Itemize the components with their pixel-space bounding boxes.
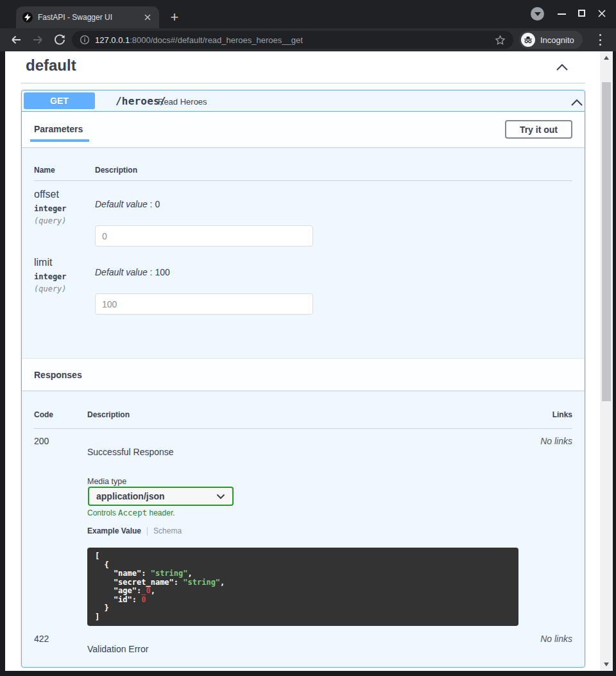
resp-col-description: Description: [87, 410, 130, 419]
address-bar[interactable]: 127.0.0.1:8000/docs#/default/read_heroes…: [72, 31, 513, 49]
swagger-page: default GET /heroes/ Read Heroes Paramet…: [5, 51, 600, 671]
controls-prefix: Controls: [87, 508, 118, 517]
response-description-200: Successful Response: [87, 447, 174, 457]
scrollbar-down-arrow-icon[interactable]: [604, 663, 609, 666]
resp-header-divider: [34, 428, 572, 429]
param-default-label: Default value: [95, 199, 148, 209]
section-collapse-chevron-up-icon[interactable]: [556, 62, 569, 70]
new-tab-button[interactable]: +: [166, 8, 184, 26]
url-path: :8000/docs#/default/read_heroes_heroes__…: [130, 35, 303, 45]
param-type: integer: [34, 204, 67, 213]
responses-header-band: Responses: [22, 358, 585, 390]
fastapi-favicon-icon: [22, 12, 33, 22]
url-host: 127.0.0.1: [95, 35, 130, 45]
param-default-value: : 0: [148, 199, 160, 209]
caret-down-icon: [535, 12, 541, 16]
tab-schema[interactable]: Schema: [153, 526, 182, 535]
tab-example-value[interactable]: Example Value: [87, 526, 141, 535]
scrollbar-thumb[interactable]: [602, 82, 611, 401]
api-section-title[interactable]: default: [26, 56, 76, 74]
window-menu-button[interactable]: [531, 7, 544, 21]
browser-menu-button[interactable]: [597, 34, 603, 46]
controls-accept-code: Accept: [118, 508, 147, 517]
param-col-description: Description: [95, 166, 137, 175]
param-default-text: Default value : 100: [95, 267, 170, 277]
incognito-label: Incognito: [540, 35, 574, 45]
media-type-select[interactable]: application/json: [88, 487, 234, 506]
response-code-422: 422: [34, 634, 49, 644]
param-header-divider: [34, 180, 572, 181]
incognito-badge: Incognito: [519, 31, 583, 49]
param-col-name: Name: [34, 166, 55, 175]
resp-col-links: Links: [552, 410, 572, 419]
browser-toolbar: 127.0.0.1:8000/docs#/default/read_heroes…: [0, 28, 616, 51]
operation-collapse-chevron-up-icon[interactable]: [570, 98, 583, 105]
param-default-label: Default value: [95, 267, 148, 277]
tab-close-icon[interactable]: [142, 12, 153, 22]
resp-col-code: Code: [34, 410, 53, 419]
controls-suffix: header.: [147, 508, 175, 517]
param-location: (query): [34, 216, 67, 225]
page-scrollbar[interactable]: [600, 51, 613, 671]
operation-summary[interactable]: GET /heroes/ Read Heroes: [22, 91, 585, 112]
param-location: (query): [34, 284, 67, 293]
window-minimize-button[interactable]: [558, 13, 566, 15]
param-name: offset: [34, 189, 59, 200]
operation-block-get-heroes: GET /heroes/ Read Heroes Parameters Try …: [21, 90, 585, 668]
scrollbar-up-arrow-icon[interactable]: [604, 56, 609, 60]
response-code-200: 200: [34, 436, 49, 446]
operation-summary-text: Read Heroes: [158, 97, 207, 107]
browser-tab-bar: FastAPI - Swagger UI +: [0, 0, 616, 28]
param-default-text: Default value : 0: [95, 199, 160, 209]
example-json-code-block: [ { "name": "string", "secret_name": "st…: [87, 548, 518, 626]
param-limit-input[interactable]: [95, 293, 313, 315]
param-default-value: : 100: [148, 267, 170, 277]
controls-accept-note: Controls Accept header.: [87, 508, 175, 517]
window-maximize-button[interactable]: [578, 10, 585, 17]
try-it-out-button[interactable]: Try it out: [505, 120, 572, 139]
response-links-422: No links: [540, 634, 572, 644]
tab-parameters: Parameters: [34, 124, 83, 134]
chevron-down-icon: [216, 494, 225, 499]
url-text[interactable]: 127.0.0.1:8000/docs#/default/read_heroes…: [95, 35, 490, 45]
forward-button[interactable]: [31, 33, 44, 46]
site-info-icon[interactable]: [80, 35, 90, 45]
param-type: integer: [34, 272, 67, 281]
media-type-value: application/json: [96, 491, 165, 501]
browser-tab[interactable]: FastAPI - Swagger UI: [16, 6, 159, 28]
media-type-label: Media type: [87, 477, 126, 486]
http-method-badge: GET: [24, 92, 95, 109]
parameters-header-band: Parameters Try it out: [22, 112, 585, 147]
window-close-button[interactable]: [597, 9, 606, 18]
back-button[interactable]: [10, 33, 22, 46]
active-tab-underline: [30, 139, 89, 142]
tab-title: FastAPI - Swagger UI: [38, 13, 137, 22]
responses-title: Responses: [34, 370, 82, 380]
response-links-200: No links: [540, 436, 572, 446]
bookmark-star-icon[interactable]: [495, 35, 506, 46]
reload-button[interactable]: [53, 33, 66, 46]
example-schema-tabs: Example Value Schema: [87, 526, 182, 535]
response-description-422: Validation Error: [87, 644, 148, 654]
param-name: limit: [34, 257, 52, 268]
tab-separator: [147, 527, 148, 535]
section-divider: [21, 83, 585, 83]
param-offset-input[interactable]: [95, 225, 313, 247]
incognito-icon: [521, 33, 535, 47]
